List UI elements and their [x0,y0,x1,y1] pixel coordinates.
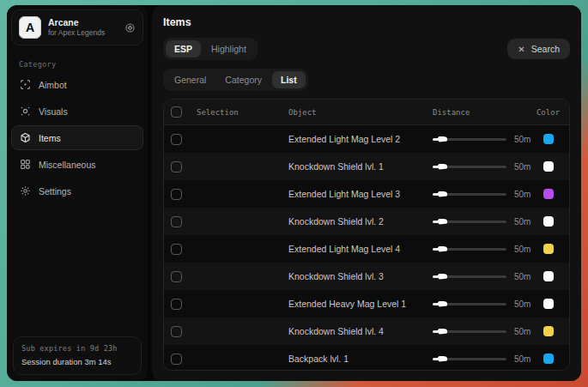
sidebar-item-items[interactable]: Items [11,125,143,150]
tab-general[interactable]: General [166,71,215,88]
row-checkbox-cell [171,161,197,172]
distance-value: 50m [514,272,530,281]
sidebar-item-label: Settings [39,186,71,197]
color-swatch[interactable] [543,326,554,336]
row-checkbox[interactable] [171,161,182,172]
distance-slider[interactable] [433,273,506,280]
row-checkbox-cell [171,299,197,310]
color-cell [534,299,562,309]
color-cell [534,134,562,144]
search-button[interactable]: ✕ Search [507,39,570,59]
table-row[interactable]: Extended Light Mag Level 350m [164,180,569,208]
slider-handle[interactable] [437,191,447,197]
row-checkbox-cell [171,216,197,227]
row-checkbox[interactable] [171,271,182,282]
app-header: A Arcane for Apex Legends [11,9,143,45]
color-swatch[interactable] [543,134,554,144]
main-panel: Items ESPHighlight ✕ Search GeneralCateg… [152,5,581,381]
header-object: Object [288,108,433,117]
items-table: Selection Object Distance Color Extended… [163,99,570,371]
distance-value: 50m [514,217,530,227]
tab-list[interactable]: List [272,71,306,88]
slider-handle[interactable] [437,164,447,170]
row-checkbox[interactable] [171,299,182,310]
object-name: Knockdown Shield lvl. 4 [288,326,433,336]
table-body: Extended Light Mag Level 250mKnockdown S… [164,125,569,371]
crosshair-icon [20,79,31,90]
row-checkbox[interactable] [171,216,182,227]
distance-slider[interactable] [433,136,506,142]
app-names: Arcane for Apex Legends [48,17,118,38]
distance-slider[interactable] [433,300,506,307]
box-icon [20,132,31,143]
table-row[interactable]: Backpack lvl. 150m [164,345,569,371]
distance-cell: 50m [433,272,534,281]
subscription-info-box: Sub expires in 9d 23h Session duration 3… [13,336,142,375]
x-icon: ✕ [518,45,524,54]
color-cell [534,189,562,199]
object-name: Extended Light Mag Level 2 [288,134,433,144]
row-checkbox[interactable] [171,134,182,145]
row-checkbox[interactable] [171,354,182,365]
slider-handle[interactable] [437,136,447,142]
tab-esp[interactable]: ESP [166,40,201,57]
table-row[interactable]: Extended Light Mag Level 450m [164,235,569,263]
controls-row: ESPHighlight ✕ Search [163,38,570,60]
color-swatch[interactable] [543,189,554,199]
distance-slider[interactable] [433,328,506,335]
app-subtitle: for Apex Legends [48,28,118,38]
row-checkbox[interactable] [171,244,182,255]
table-row[interactable]: Extended Light Mag Level 250m [164,125,569,153]
tab-category[interactable]: Category [216,71,270,88]
color-swatch[interactable] [543,244,554,254]
color-swatch[interactable] [543,271,554,281]
focus-icon [20,106,31,117]
slider-handle[interactable] [437,329,447,335]
select-all-checkbox[interactable] [171,106,182,118]
sidebar-item-aimbot[interactable]: Aimbot [11,72,143,97]
object-name: Extended Heavy Mag Level 1 [288,299,433,309]
row-checkbox-cell [171,244,197,255]
sidebar-item-visuals[interactable]: Visuals [11,99,143,124]
distance-slider[interactable] [433,218,506,225]
color-cell [534,216,562,227]
color-swatch[interactable] [543,354,554,364]
distance-slider[interactable] [433,245,506,252]
sidebar-item-miscellaneous[interactable]: Miscellaneous [11,152,143,177]
row-checkbox[interactable] [171,189,182,200]
row-checkbox-cell [171,189,197,200]
app-title: Arcane [48,17,118,28]
table-row[interactable]: Knockdown Shield lvl. 150m [164,153,569,180]
slider-handle[interactable] [437,246,447,252]
mode-tabs: ESPHighlight [163,38,258,60]
distance-cell: 50m [433,299,534,309]
distance-cell: 50m [433,327,534,336]
slider-handle[interactable] [437,274,447,280]
table-row[interactable]: Knockdown Shield lvl. 450m [164,317,569,345]
row-checkbox-cell [171,271,197,282]
slider-handle[interactable] [437,219,447,225]
shield-badge-icon[interactable] [124,22,136,33]
app-logo: A [19,16,41,39]
table-row[interactable]: Knockdown Shield lvl. 350m [164,263,569,290]
object-name: Knockdown Shield lvl. 2 [288,216,433,227]
slider-handle[interactable] [437,356,447,362]
color-swatch[interactable] [543,299,554,309]
tab-highlight[interactable]: Highlight [203,40,255,57]
distance-value: 50m [514,190,530,199]
distance-slider[interactable] [433,355,506,362]
row-checkbox[interactable] [171,326,182,337]
color-cell [534,326,562,336]
object-name: Extended Light Mag Level 3 [288,189,433,199]
color-swatch[interactable] [543,216,554,227]
distance-slider[interactable] [433,163,506,170]
distance-cell: 50m [433,190,534,199]
table-row[interactable]: Knockdown Shield lvl. 250m [164,208,569,235]
color-swatch[interactable] [543,161,554,172]
distance-slider[interactable] [433,190,506,197]
search-button-label: Search [531,44,560,54]
distance-value: 50m [514,354,530,364]
sidebar-item-settings[interactable]: Settings [11,178,143,203]
table-row[interactable]: Extended Heavy Mag Level 150m [164,290,569,317]
slider-handle[interactable] [437,301,447,307]
